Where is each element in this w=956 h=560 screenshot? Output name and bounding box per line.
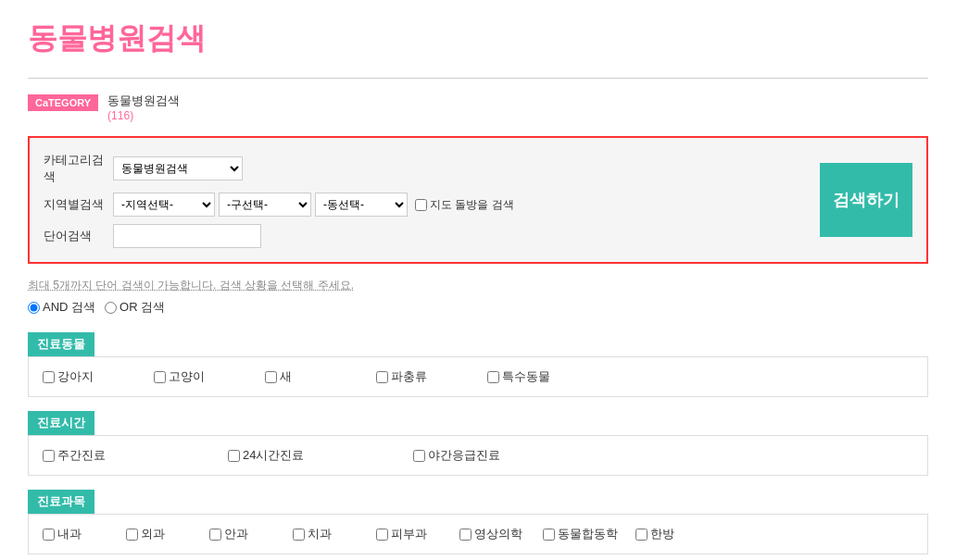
subject-check-2[interactable] xyxy=(209,529,221,541)
time-check-2[interactable] xyxy=(413,450,425,462)
map-check-text: 지도 돌방을 검색 xyxy=(430,197,514,213)
subject-filter-item[interactable]: 동물합동학 xyxy=(543,526,635,542)
breadcrumb-text: 동물병원검색 xyxy=(107,93,180,109)
time-filter-section: 진료시간 주간진료 24시간진료 야간응급진료 xyxy=(28,411,928,476)
subject-label-5: 영상의학 xyxy=(474,526,522,542)
or-radio-text: OR 검색 xyxy=(120,299,165,316)
subject-filter-item[interactable]: 영상의학 xyxy=(459,526,543,542)
time-filter-title: 진료시간 xyxy=(28,411,94,435)
time-label-2: 야간응급진료 xyxy=(428,447,500,464)
animal-check-4[interactable] xyxy=(487,371,499,383)
animal-filter-item[interactable]: 특수동물 xyxy=(487,368,598,385)
subject-filter-title: 진료과목 xyxy=(28,490,94,514)
subject-label-0: 내과 xyxy=(57,526,82,542)
or-radio-label[interactable]: OR 검색 xyxy=(105,299,165,316)
region-search-label: 지역별검색 xyxy=(44,196,113,213)
district-select[interactable]: -구선택- xyxy=(219,193,311,217)
subject-check-4[interactable] xyxy=(376,529,388,541)
time-filter-item[interactable]: 야간응급진료 xyxy=(413,447,598,464)
animal-check-3[interactable] xyxy=(376,371,388,383)
animal-label-2: 새 xyxy=(280,368,292,385)
hint-text: 최대 5개까지 단어 검색이 가능합니다. 검색 상황을 선택해 주세요. xyxy=(28,278,928,293)
time-label-0: 주간진료 xyxy=(57,447,106,464)
time-filter-body: 주간진료 24시간진료 야간응급진료 xyxy=(28,435,928,476)
subject-label-2: 안과 xyxy=(224,526,248,542)
animal-check-1[interactable] xyxy=(154,371,166,383)
subject-check-5[interactable] xyxy=(459,529,472,541)
region-select[interactable]: -지역선택- xyxy=(113,193,215,217)
subject-filter-section: 진료과목 내과 외과 안과 치과 xyxy=(28,490,928,554)
keyword-input[interactable] xyxy=(113,224,261,248)
time-check-1[interactable] xyxy=(228,450,240,462)
subject-check-6[interactable] xyxy=(543,529,555,541)
category-search-label: 카테고리검색 xyxy=(44,152,113,185)
search-box: 카테고리검색 동물병원검색 지역별검색 -지역선택- -구선택- -동선택- xyxy=(28,136,928,264)
animal-filter-body: 강아지 고양이 새 파충류 특수동물 xyxy=(28,356,928,397)
subject-label-3: 치과 xyxy=(308,526,332,542)
subject-filter-items: 내과 외과 안과 치과 피부과 xyxy=(43,524,913,544)
subject-filter-item[interactable]: 안과 xyxy=(209,526,293,542)
animal-label-3: 파충류 xyxy=(391,368,427,385)
keyword-search-row: 단어검색 xyxy=(44,224,801,248)
category-select[interactable]: 동물병원검색 xyxy=(113,156,243,180)
subject-label-6: 동물합동학 xyxy=(558,526,618,542)
animal-filter-item[interactable]: 새 xyxy=(265,368,376,385)
animal-filter-title: 진료동물 xyxy=(28,332,94,356)
subject-check-1[interactable] xyxy=(126,529,138,541)
page-title: 동물병원검색 xyxy=(28,19,928,59)
animal-filter-item[interactable]: 강아지 xyxy=(43,368,154,385)
category-badge: CaTEGORY xyxy=(28,94,98,111)
breadcrumb: CaTEGORY 동물병원검색 (116) xyxy=(28,93,928,122)
subject-filter-item[interactable]: 외과 xyxy=(126,526,209,542)
animal-label-0: 강아지 xyxy=(57,368,94,385)
animal-filter-items: 강아지 고양이 새 파충류 특수동물 xyxy=(43,367,913,387)
animal-filter-section: 진료동물 강아지 고양이 새 파충류 xyxy=(28,332,928,397)
time-filter-item[interactable]: 24시간진료 xyxy=(228,447,413,464)
time-filter-item[interactable]: 주간진료 xyxy=(43,447,228,464)
divider xyxy=(28,78,928,79)
time-label-1: 24시간진료 xyxy=(243,447,304,464)
subject-check-7[interactable] xyxy=(635,529,648,541)
search-button[interactable]: 검색하기 xyxy=(820,163,912,237)
search-fields: 카테고리검색 동물병원검색 지역별검색 -지역선택- -구선택- -동선택- xyxy=(44,152,801,248)
subject-label-1: 외과 xyxy=(141,526,165,542)
and-radio-text: AND 검색 xyxy=(43,299,95,316)
animal-label-1: 고양이 xyxy=(169,368,205,385)
breadcrumb-count: (116) xyxy=(107,109,180,122)
and-radio-label[interactable]: AND 검색 xyxy=(28,299,95,316)
subject-label-4: 피부과 xyxy=(391,526,427,542)
subject-check-3[interactable] xyxy=(293,529,305,541)
animal-check-0[interactable] xyxy=(43,371,55,383)
keyword-search-label: 단어검색 xyxy=(44,228,113,244)
region-search-row: 지역별검색 -지역선택- -구선택- -동선택- 지도 돌방을 검색 xyxy=(44,193,801,217)
map-check-label[interactable]: 지도 돌방을 검색 xyxy=(415,197,514,213)
subject-filter-body: 내과 외과 안과 치과 피부과 xyxy=(28,514,928,554)
or-radio[interactable] xyxy=(105,302,117,314)
time-check-0[interactable] xyxy=(43,450,55,462)
map-check-input[interactable] xyxy=(415,199,427,211)
dong-select[interactable]: -동선택- xyxy=(315,193,408,217)
time-filter-items: 주간진료 24시간진료 야간응급진료 xyxy=(43,445,913,466)
animal-check-2[interactable] xyxy=(265,371,277,383)
animal-filter-item[interactable]: 파충류 xyxy=(376,368,487,385)
animal-filter-item[interactable]: 고양이 xyxy=(154,368,265,385)
subject-filter-item[interactable]: 내과 xyxy=(43,526,126,542)
category-search-row: 카테고리검색 동물병원검색 xyxy=(44,152,801,185)
radio-row: AND 검색 OR 검색 xyxy=(28,299,928,316)
subject-filter-item[interactable]: 피부과 xyxy=(376,526,459,542)
subject-label-7: 한방 xyxy=(650,526,674,542)
subject-filter-item[interactable]: 치과 xyxy=(293,526,376,542)
animal-label-4: 특수동물 xyxy=(502,368,550,385)
and-radio[interactable] xyxy=(28,302,40,314)
subject-check-0[interactable] xyxy=(43,529,55,541)
subject-filter-item[interactable]: 한방 xyxy=(635,526,719,542)
